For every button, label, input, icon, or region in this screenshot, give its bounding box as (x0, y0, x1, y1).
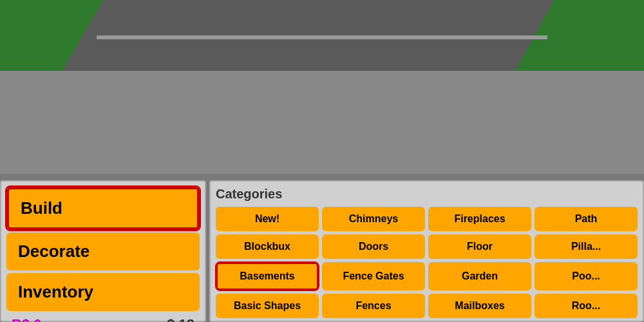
category-new[interactable]: New! (216, 207, 319, 231)
category-path[interactable]: Path (535, 207, 638, 231)
inventory-button[interactable]: Inventory (6, 273, 200, 311)
pavement (0, 71, 644, 174)
category-fence-gates[interactable]: Fence Gates (322, 262, 425, 290)
currency-dollar: $ 18 (167, 316, 194, 322)
category-doors[interactable]: Doors (322, 234, 425, 259)
category-fireplaces[interactable]: Fireplaces (428, 207, 531, 231)
category-basic-shapes[interactable]: Basic Shapes (216, 294, 319, 318)
category-pillars[interactable]: Pilla... (535, 234, 638, 259)
category-mailboxes[interactable]: Mailboxes (428, 294, 531, 318)
road-line (97, 35, 547, 39)
categories-grid: New! Chimneys Fireplaces Path Blockbux D… (216, 207, 638, 318)
sidebar-panel: Build Decorate Inventory B$ 0 $ 18 (0, 180, 206, 322)
category-floor[interactable]: Floor (428, 234, 531, 259)
category-blockbux[interactable]: Blockbux (216, 234, 319, 259)
sidebar-footer: B$ 0 $ 18 (6, 314, 200, 322)
currency-bs: B$ 0 (12, 316, 41, 322)
categories-panel: Categories New! Chimneys Fireplaces Path… (209, 180, 644, 322)
category-pool[interactable]: Poo... (535, 262, 638, 290)
build-button[interactable]: Build (6, 187, 200, 230)
category-fences[interactable]: Fences (322, 294, 425, 318)
category-roofs[interactable]: Roo... (535, 294, 638, 318)
decorate-button[interactable]: Decorate (6, 232, 200, 270)
categories-title: Categories (216, 187, 638, 202)
category-basements[interactable]: Basements (216, 262, 319, 290)
category-garden[interactable]: Garden (428, 262, 531, 290)
category-chimneys[interactable]: Chimneys (322, 207, 425, 231)
